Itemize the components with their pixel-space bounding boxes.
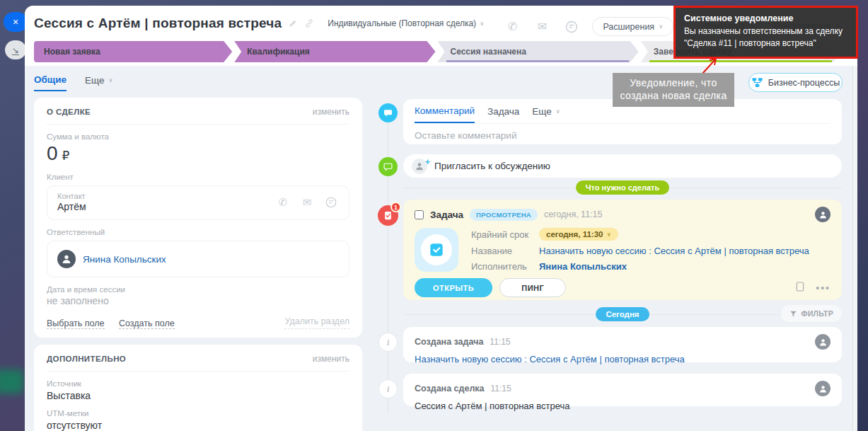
notification-body: Вы назначены ответственным за сделку "Сд…	[684, 25, 847, 50]
select-field-link[interactable]: Выбрать поле	[47, 318, 105, 329]
extensions-label: Расширения	[603, 22, 654, 32]
entry-title: Создана сделка	[415, 384, 485, 393]
entry-link[interactable]: Назначить новую сессию : Сессия с Артём …	[415, 354, 831, 364]
amount-label: Сумма и валюта	[47, 132, 349, 141]
filter-button[interactable]: ФИЛЬТР	[781, 305, 842, 322]
copy-link-icon[interactable]	[304, 18, 314, 28]
chevron-down-icon: ∨	[480, 21, 484, 27]
notification-title: Системное уведомление	[684, 13, 847, 23]
additional-card: ДОПОЛНИТЕЛЬНО изменить Источник Выставка…	[34, 345, 362, 431]
close-icon: ×	[13, 16, 18, 28]
task-type-label[interactable]: Задача	[430, 209, 463, 220]
amount-value[interactable]: 0 ₽	[47, 142, 349, 165]
avatar	[57, 250, 76, 268]
minimize-slider-button[interactable]: ↘	[5, 40, 26, 59]
timeline-tab-more[interactable]: Еще ∨	[532, 105, 560, 123]
phone-icon[interactable]: ✆	[275, 195, 291, 210]
assignee-label: Исполнитель	[471, 261, 539, 272]
stage-underline	[649, 60, 832, 62]
header-actions: ✆ ✉ Расширения ∨	[503, 17, 673, 36]
email-icon[interactable]: ✉	[299, 195, 315, 210]
timeline-tab-comment[interactable]: Комментарий	[415, 105, 475, 123]
business-processes-button[interactable]: Бизнес-процессы	[748, 73, 843, 92]
system-notification-popup[interactable]: Системное уведомление Вы назначены ответ…	[673, 6, 858, 59]
tab-label: Еще	[532, 106, 551, 117]
entry-text: Сессия с Артём | повторная встреча	[415, 401, 831, 411]
timeline-column: Комментарий Задача Еще ∨ + Пригласить к …	[378, 99, 843, 431]
call-icon[interactable]: ✆	[503, 18, 521, 36]
stage-label: Квалификация	[247, 47, 310, 57]
task-icon	[415, 228, 458, 272]
assignee-link[interactable]: Янина Копыльских	[539, 261, 809, 272]
task-name-link[interactable]: Назначить новую сессию : Сессия с Артём …	[539, 246, 809, 256]
delete-section-link[interactable]: Удалить раздел	[284, 316, 349, 329]
avatar[interactable]	[815, 334, 831, 350]
source-value[interactable]: Выставка	[47, 390, 91, 401]
section-title: ДОПОЛНИТЕЛЬНО	[47, 355, 126, 363]
task-counter-badge: 1	[390, 202, 401, 212]
utm-label: UTM-метки	[47, 409, 349, 418]
tab-label: Еще	[85, 75, 104, 86]
tab-more[interactable]: Еще ∨	[85, 75, 112, 91]
tab-label: Задача	[487, 106, 519, 117]
edit-section-link[interactable]: изменить	[313, 354, 349, 364]
task-timestamp: сегодня, 11:15	[544, 209, 602, 219]
contact-name[interactable]: Артём	[57, 201, 86, 212]
timeline-entry-task-created[interactable]: Создана задача 11:15 Назначить новую сес…	[403, 327, 842, 362]
deal-category-selector[interactable]: Индивидуальные (Повторная сделка) ∨	[328, 18, 484, 28]
deal-info-column: О СДЕЛКЕ изменить Сумма и валюта 0 ₽ Кли…	[34, 98, 362, 431]
business-processes-label: Бизнес-процессы	[768, 78, 840, 88]
avatar[interactable]	[815, 381, 831, 396]
tab-general[interactable]: Общие	[34, 74, 66, 91]
stage-session-scheduled[interactable]: Сессия назначена	[438, 41, 639, 62]
deadline-label: Крайний срок	[471, 229, 539, 240]
deal-slider-panel: Сессия с Артём | повторная встреча Индив…	[25, 6, 857, 431]
stage-underline	[446, 60, 629, 62]
today-badge[interactable]: Сегодня	[596, 307, 649, 321]
info-icon: i	[378, 333, 398, 352]
ping-button[interactable]: ПИНГ	[499, 278, 566, 297]
page-title: Сессия с Артём | повторная встреча	[34, 16, 282, 31]
utm-value[interactable]: отсутствуют	[47, 420, 102, 431]
responsible-label: Ответственный	[47, 228, 349, 236]
deadline-text: сегодня, 11:30	[546, 230, 603, 239]
deal-category-label: Индивидуальные (Повторная сделка)	[328, 18, 476, 28]
avatar[interactable]	[815, 207, 831, 222]
comment-input[interactable]	[415, 124, 831, 147]
workflow-icon	[751, 76, 763, 88]
todo-badge: Что нужно сделать	[576, 180, 669, 195]
entry-time: 11:15	[490, 337, 510, 347]
contact-card[interactable]: Контакт Артём ✆ ✉	[47, 185, 349, 220]
note-icon[interactable]	[794, 281, 806, 295]
task-name-label: Название	[471, 246, 539, 256]
open-task-button[interactable]: ОТКРЫТЬ	[415, 278, 492, 297]
stage-qualification[interactable]: Квалификация	[234, 41, 435, 62]
currency-symbol: ₽	[62, 149, 70, 163]
open-line-chat-icon[interactable]	[562, 18, 581, 36]
responsible-card[interactable]: Янина Копыльских	[47, 241, 349, 277]
timeline-tab-task[interactable]: Задача	[487, 105, 519, 123]
responsible-name[interactable]: Янина Копыльских	[83, 254, 166, 265]
stage-label: Сессия назначена	[451, 47, 526, 57]
edit-section-link[interactable]: изменить	[313, 107, 349, 117]
stage-new-request[interactable]: Новая заявка	[34, 41, 232, 62]
close-window-button[interactable]: ×	[4, 12, 28, 32]
invite-to-discussion[interactable]: + Пригласить к обсуждению	[403, 154, 842, 178]
chevron-down-icon: ∨	[659, 23, 663, 30]
timeline-entry-deal-created[interactable]: Создана сделка 11:15 Сессия с Артём | по…	[403, 374, 842, 406]
task-rail-icon: 1	[378, 205, 398, 226]
extensions-button[interactable]: Расширения ∨	[592, 17, 673, 36]
deadline-value[interactable]: сегодня, 11:30 ∨	[539, 228, 618, 241]
comment-bubble-icon	[378, 103, 398, 122]
tab-label: Комментарий	[415, 105, 475, 116]
mail-icon[interactable]: ✉	[533, 18, 551, 36]
contact-label: Контакт	[57, 192, 86, 200]
chat-icon[interactable]	[323, 195, 339, 210]
more-actions-icon[interactable]: •••	[816, 282, 831, 294]
task-complete-checkbox[interactable]	[415, 210, 424, 219]
edit-title-icon[interactable]	[288, 18, 298, 28]
create-field-link[interactable]: Создать поле	[119, 318, 175, 329]
scrollbar[interactable]	[852, 66, 857, 431]
session-datetime-value[interactable]: не заполнено	[47, 295, 349, 306]
amount-number: 0	[47, 142, 58, 165]
